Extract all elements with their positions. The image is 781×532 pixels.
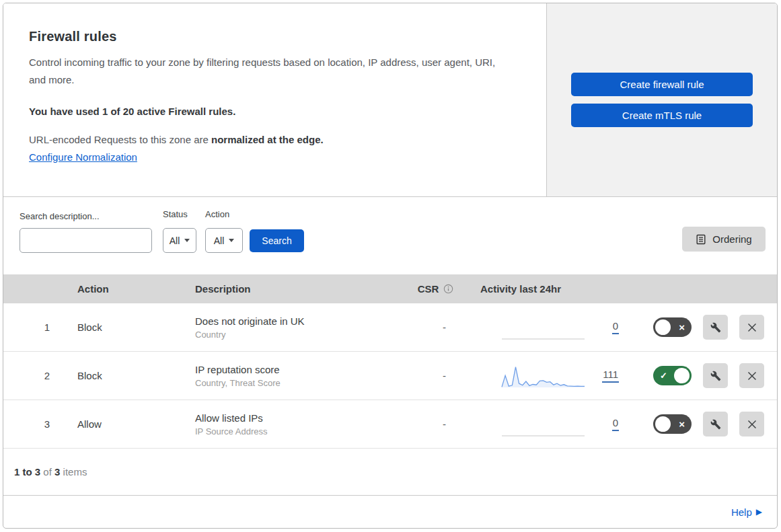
rule-enabled-toggle[interactable]: ×	[653, 414, 692, 434]
arrow-right-icon: ▶	[756, 507, 762, 517]
page-description: Control incoming traffic to your zone by…	[29, 54, 510, 89]
header-section: Firewall rules Control incoming traffic …	[3, 3, 777, 197]
toggle-knob	[655, 319, 671, 335]
header-text-block: Firewall rules Control incoming traffic …	[3, 3, 547, 196]
activity-sparkline	[501, 363, 585, 389]
toggle-knob	[674, 368, 690, 383]
activity-count-link[interactable]: 0	[612, 320, 619, 334]
delete-rule-button[interactable]	[739, 363, 764, 388]
rule-enabled-toggle[interactable]: ×	[653, 317, 692, 337]
table-row: 1 Block Does not originate in UK Country…	[3, 303, 777, 352]
search-box	[20, 228, 152, 253]
rule-action: Allow	[64, 418, 182, 430]
rule-csr-value: -	[397, 418, 474, 430]
help-bar: Help ▶	[3, 496, 777, 528]
search-input[interactable]	[31, 229, 153, 252]
close-icon	[747, 322, 757, 333]
normalization-note: URL-encoded Requests to this zone are no…	[29, 134, 519, 145]
edit-rule-button[interactable]	[703, 412, 728, 436]
chevron-down-icon	[184, 239, 190, 242]
search-label: Search description...	[20, 211, 100, 221]
action-dropdown[interactable]: All	[205, 228, 243, 253]
status-label: Status	[163, 209, 188, 219]
action-label: Action	[205, 209, 229, 219]
edit-rule-button[interactable]	[703, 363, 728, 388]
column-header-activity: Activity last 24hr	[474, 283, 632, 295]
table-header: Action Description CSR Activity last 24h…	[3, 274, 777, 303]
usage-summary: You have used 1 of 20 active Firewall ru…	[29, 106, 519, 117]
search-button[interactable]: Search	[250, 229, 304, 252]
rule-number: 3	[3, 418, 64, 430]
toggle-state-icon: ×	[679, 322, 685, 332]
delete-rule-button[interactable]	[739, 412, 764, 436]
edit-rule-button[interactable]	[703, 315, 728, 340]
activity-count-link[interactable]: 111	[602, 369, 619, 383]
rule-criteria: Country	[195, 330, 397, 340]
wrench-icon	[710, 371, 721, 381]
wrench-icon	[710, 419, 721, 430]
toggle-knob	[655, 416, 671, 432]
close-icon	[747, 419, 757, 430]
actions-panel: Create firewall rule Create mTLS rule	[547, 3, 777, 196]
info-icon[interactable]	[443, 284, 453, 294]
table-row: 2 Block IP reputation score Country, Thr…	[3, 352, 777, 400]
wrench-icon	[710, 322, 721, 333]
configure-normalization-link[interactable]: Configure Normalization	[29, 151, 137, 163]
column-header-csr: CSR	[397, 283, 474, 295]
toggle-state-icon: ✓	[660, 371, 667, 380]
rule-number: 1	[3, 321, 64, 333]
close-icon	[747, 371, 757, 381]
toggle-state-icon: ×	[679, 419, 685, 429]
rule-enabled-toggle[interactable]: ✓	[653, 366, 692, 385]
pagination-summary: 1 to 3 of 3 items	[3, 449, 777, 496]
rule-description: Does not originate in UK	[195, 315, 397, 327]
rule-number: 2	[3, 370, 64, 381]
column-header-description: Description	[182, 283, 397, 295]
ordering-button[interactable]: Ordering	[682, 227, 766, 252]
rule-csr-value: -	[397, 321, 474, 333]
help-link[interactable]: Help ▶	[731, 506, 762, 518]
rule-criteria: Country, Threat Score	[195, 378, 397, 388]
create-firewall-rule-button[interactable]: Create firewall rule	[571, 73, 753, 96]
activity-count-link[interactable]: 0	[612, 417, 619, 431]
filter-bar: Search description... Status Action All …	[3, 197, 777, 274]
rule-description: Allow listed IPs	[195, 412, 397, 424]
firewall-rules-panel: Firewall rules Control incoming traffic …	[3, 3, 778, 529]
page-title: Firewall rules	[29, 29, 519, 44]
ordering-list-icon	[696, 234, 706, 245]
rule-csr-value: -	[397, 370, 474, 381]
activity-sparkline	[501, 315, 585, 340]
table-row: 3 Allow Allow listed IPs IP Source Addre…	[3, 400, 777, 449]
create-mtls-rule-button[interactable]: Create mTLS rule	[571, 104, 753, 127]
rule-description: IP reputation score	[195, 364, 397, 375]
rule-criteria: IP Source Address	[195, 426, 397, 436]
delete-rule-button[interactable]	[739, 315, 764, 340]
status-dropdown[interactable]: All	[163, 228, 196, 253]
activity-sparkline	[501, 412, 585, 437]
rule-action: Block	[64, 370, 182, 381]
chevron-down-icon	[229, 239, 234, 242]
rule-action: Block	[64, 321, 182, 333]
column-header-action: Action	[64, 283, 182, 295]
